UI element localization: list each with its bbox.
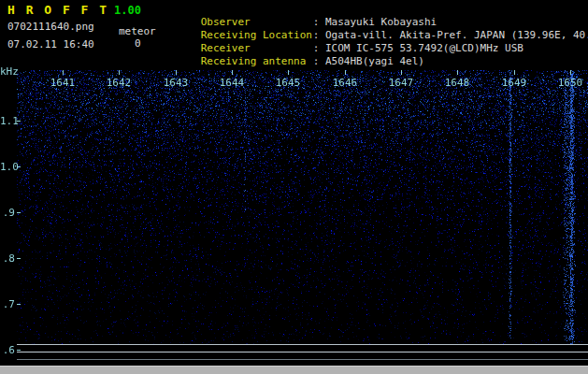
spectrogram-canvas — [17, 70, 588, 344]
freq-label-1.1: 1.1 — [0, 115, 15, 127]
receiver-label: Receiver — [201, 42, 313, 55]
app-title: H R O F F T — [7, 3, 108, 17]
mode-label: meteor — [119, 25, 156, 37]
bottom-status-bar — [0, 366, 588, 374]
freq-label-0.9: .9 — [0, 207, 15, 219]
freq-label-1.0: 1.0 — [0, 161, 15, 173]
time-label-1643: 1643 — [164, 77, 189, 89]
filename-label: 0702111640.png — [7, 21, 94, 33]
time-label-1647: 1647 — [389, 77, 414, 89]
receiver-value: : ICOM IC-575 53.7492(@LCD)MHz USB — [313, 42, 523, 54]
level-line-top — [17, 344, 588, 345]
time-tick — [119, 70, 120, 75]
time-label-1641: 1641 — [50, 77, 76, 89]
freq-tick — [17, 121, 21, 122]
freq-tick — [17, 304, 21, 305]
hrofft-window: H R O F F T 1.00 0702111640.png meteor 0… — [0, 0, 588, 374]
info-row-observer: Observer: Masayuki Kobayashi — [164, 3, 588, 16]
freq-tick — [17, 258, 21, 259]
app-version: 1.00 — [114, 4, 141, 17]
time-tick — [63, 70, 64, 75]
level-line-middle — [17, 352, 588, 352]
observer-value: : Masayuki Kobayashi — [313, 16, 437, 28]
info-panel: Observer: Masayuki Kobayashi Receiving L… — [164, 3, 588, 55]
timestamp-label: 07.02.11 16:40 — [7, 38, 94, 50]
freq-label-0.6: .6 — [0, 344, 15, 356]
time-tick — [232, 70, 233, 75]
time-label-1642: 1642 — [107, 77, 132, 89]
time-tick — [514, 70, 515, 75]
time-tick — [401, 70, 402, 75]
level-line-bottom — [17, 359, 588, 360]
time-label-1649: 1649 — [502, 77, 527, 89]
time-label-1648: 1648 — [445, 77, 470, 89]
meteor-count: 0 — [135, 37, 141, 50]
freq-tick — [17, 212, 21, 213]
freq-label-0.7: .7 — [0, 298, 15, 310]
freq-label-0.8: .8 — [0, 252, 15, 265]
time-label-1645: 1645 — [276, 77, 301, 89]
time-tick — [176, 70, 177, 75]
time-label-1650: 1650 — [558, 77, 583, 89]
location-value: : Ogata-vill. Akita-Pref. JAPAN (139.96E… — [313, 29, 588, 41]
antenna-label: Receiving antenna — [201, 55, 313, 68]
time-tick — [345, 70, 346, 75]
location-label: Receiving Location — [201, 29, 313, 42]
freq-unit-label: kHz — [0, 65, 15, 78]
time-label-1644: 1644 — [220, 77, 245, 89]
freq-tick — [17, 350, 21, 351]
time-tick — [457, 70, 458, 75]
time-tick — [570, 70, 571, 75]
time-label-1646: 1646 — [333, 77, 358, 89]
antenna-value: : A504HB(yagi 4el) — [313, 55, 424, 67]
time-tick — [288, 70, 289, 75]
observer-label: Observer — [201, 16, 313, 29]
freq-tick — [17, 166, 21, 167]
